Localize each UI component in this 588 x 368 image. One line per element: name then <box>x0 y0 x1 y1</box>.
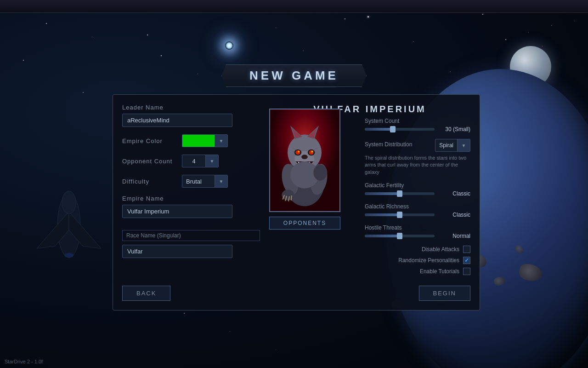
richness-slider-row: Classic <box>365 212 470 218</box>
disable-attacks-label: Disable Attacks <box>422 246 459 253</box>
version-text: StarDrive 2 - 1.0f <box>5 359 43 364</box>
svg-point-22 <box>296 150 300 155</box>
race-name-section: Race Name (Singular) <box>122 230 260 265</box>
new-game-header: NEW GAME <box>221 64 367 87</box>
left-column: Leader Name Empire Color ▼ Opponent Coun… <box>122 104 260 265</box>
disable-attacks-checkbox[interactable] <box>463 246 470 253</box>
system-count-thumb[interactable] <box>390 126 396 132</box>
richness-value: Classic <box>438 212 470 218</box>
main-panel: VULFAR IMPERIUM Leader Name Empire Color… <box>113 94 480 310</box>
empire-color-label: Empire Color <box>122 138 182 144</box>
hostile-slider-row: Normal <box>365 233 470 239</box>
distribution-dropdown[interactable]: Spiral ▼ <box>435 139 470 152</box>
svg-line-38 <box>291 196 292 201</box>
right-column: System Count 30 (Small) System Distribut… <box>365 118 470 279</box>
hostile-thumb[interactable] <box>397 233 402 239</box>
back-button[interactable]: BACK <box>122 286 170 301</box>
opponents-button[interactable]: OPPONENTS <box>269 217 340 230</box>
race-portrait <box>269 109 340 212</box>
empire-color-row: Empire Color ▼ <box>122 134 260 147</box>
leader-name-input[interactable] <box>122 114 232 127</box>
system-count-track[interactable] <box>365 128 435 131</box>
galactic-fertility-label: Galactic Fertility <box>365 182 470 189</box>
checkmark-icon: ✓ <box>464 257 469 264</box>
difficulty-value: Brutal <box>182 176 215 187</box>
richness-thumb[interactable] <box>397 212 402 218</box>
spaceship <box>28 175 110 276</box>
enable-tutorials-row: Enable Tutorials <box>365 268 470 275</box>
galactic-richness-setting: Galactic Richness Classic <box>365 203 470 218</box>
system-count-fill <box>365 128 393 131</box>
race-name-label: Race Name (Singular) <box>126 232 181 239</box>
richness-track[interactable] <box>365 213 435 216</box>
distribution-description: The spiral distribution forms the stars … <box>365 155 470 176</box>
hostile-threats-setting: Hostile Threats Normal <box>365 224 470 239</box>
svg-point-24 <box>298 151 300 153</box>
randomize-personalities-checkbox[interactable]: ✓ <box>463 257 470 264</box>
new-game-header-bg: NEW GAME <box>221 64 367 87</box>
fertility-slider-row: Classic <box>365 190 470 197</box>
distribution-value: Spiral <box>435 141 457 150</box>
bottom-bar: BACK BEGIN <box>122 286 470 301</box>
richness-fill <box>365 213 400 216</box>
svg-point-26 <box>301 155 308 159</box>
color-swatch <box>182 135 215 147</box>
opponent-count-row: Opponent Count 4 ▼ <box>122 155 260 167</box>
randomize-personalities-row: Randomize Personalities ✓ <box>365 257 470 264</box>
galactic-fertility-setting: Galactic Fertility Classic <box>365 182 470 197</box>
distribution-row: System Distribution Spiral ▼ <box>365 139 470 152</box>
enable-tutorials-label: Enable Tutorials <box>420 268 459 275</box>
fertility-fill <box>365 192 400 195</box>
system-count-slider-row: 30 (Small) <box>365 126 470 132</box>
opponent-count-value: 4 <box>182 156 205 167</box>
galactic-richness-label: Galactic Richness <box>365 203 470 210</box>
svg-point-33 <box>313 165 327 181</box>
system-count-value: 30 (Small) <box>438 126 470 132</box>
hostile-threats-label: Hostile Threats <box>365 224 470 231</box>
svg-point-4 <box>64 253 74 258</box>
system-count-label: System Count <box>365 118 470 124</box>
enable-tutorials-checkbox[interactable] <box>463 268 470 275</box>
disable-attacks-row: Disable Attacks <box>365 246 470 253</box>
svg-point-3 <box>62 191 76 214</box>
opponent-count-label: Opponent Count <box>122 158 182 165</box>
color-dropdown-arrow[interactable]: ▼ <box>215 135 227 147</box>
system-distribution-setting: System Distribution Spiral ▼ The spiral … <box>365 139 470 176</box>
difficulty-arrow[interactable]: ▼ <box>215 175 227 187</box>
system-count-setting: System Count 30 (Small) <box>365 118 470 132</box>
hostile-track[interactable] <box>365 235 435 237</box>
bright-star <box>225 41 233 50</box>
race-name-section-label: Race Name (Singular) <box>122 230 260 241</box>
svg-point-34 <box>282 190 294 200</box>
difficulty-row: Difficulty Brutal ▼ <box>122 175 260 188</box>
title-bar <box>0 0 588 13</box>
svg-point-25 <box>311 151 313 153</box>
fertility-track[interactable] <box>365 192 435 195</box>
race-name-input[interactable] <box>122 245 232 258</box>
begin-button[interactable]: BEGIN <box>419 286 470 301</box>
new-game-title: NEW GAME <box>249 69 339 83</box>
system-distribution-label: System Distribution <box>365 141 431 148</box>
hostile-fill <box>365 235 400 237</box>
difficulty-dropdown[interactable]: Brutal ▼ <box>182 175 228 188</box>
svg-point-23 <box>309 150 314 155</box>
distribution-arrow[interactable]: ▼ <box>457 139 470 151</box>
empire-name-input[interactable] <box>122 205 232 218</box>
empire-name-label: Empire Name <box>122 195 260 202</box>
leader-name-label: Leader Name <box>122 104 260 111</box>
fertility-value: Classic <box>438 190 470 197</box>
opponent-count-dropdown[interactable]: 4 ▼ <box>182 155 219 167</box>
randomize-personalities-label: Randomize Personalities <box>398 257 459 264</box>
fertility-thumb[interactable] <box>397 190 402 197</box>
difficulty-label: Difficulty <box>122 178 182 185</box>
opponent-count-arrow[interactable]: ▼ <box>205 155 218 167</box>
empire-color-dropdown[interactable]: ▼ <box>182 134 228 147</box>
hostile-value: Normal <box>438 233 470 239</box>
